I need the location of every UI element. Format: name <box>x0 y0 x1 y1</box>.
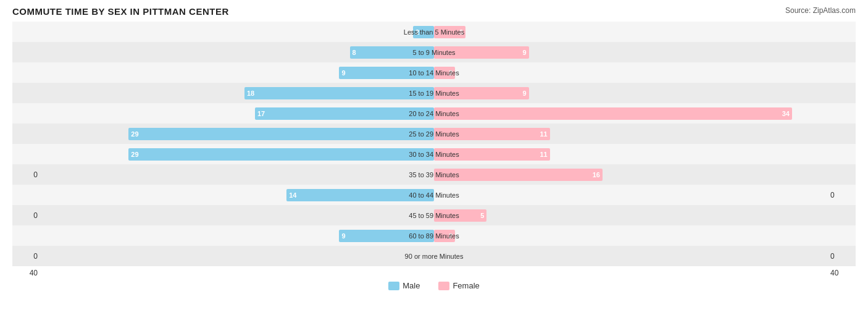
female-bar-wrap: 2 <box>434 230 455 242</box>
male-bar-wrap: 29 <box>128 148 434 161</box>
female-bar-wrap: 11 <box>434 148 550 161</box>
male-bar-value: 17 <box>257 110 265 117</box>
female-bar-wrap: 9 <box>434 46 529 59</box>
male-bar: 9 <box>339 230 434 242</box>
male-bar: 9 <box>339 67 434 79</box>
bars-container: 18915 to 19 Minutes <box>40 83 828 103</box>
bars-container: 90 or more Minutes <box>40 246 828 266</box>
row-label: 90 or more Minutes <box>405 252 464 261</box>
male-bar-value: 2 <box>415 28 419 36</box>
male-bar-value: 18 <box>247 90 254 97</box>
female-bar-value: 5 <box>480 212 484 219</box>
legend-female: Female <box>438 281 479 290</box>
bars-container: 9210 to 14 Minutes <box>40 62 828 83</box>
legend-female-label: Female <box>453 281 479 290</box>
female-bar: 9 <box>434 46 529 59</box>
female-bar-wrap: 34 <box>434 107 792 120</box>
female-bar: 3 <box>434 26 465 38</box>
legend-male-box <box>388 282 399 290</box>
male-bar-value: 29 <box>131 151 138 158</box>
female-bar: 16 <box>434 169 603 181</box>
female-value: 0 <box>828 252 856 261</box>
chart-title: COMMUTE TIME BY SEX IN PITTMAN CENTER <box>12 6 229 17</box>
male-bar: 2 <box>413 26 434 38</box>
chart-row: 23Less than 5 Minutes <box>12 22 856 42</box>
axis-right: 40 <box>828 269 856 277</box>
male-value: 0 <box>12 252 40 261</box>
female-bar-wrap: 3 <box>434 26 465 38</box>
axis-left: 40 <box>12 269 40 277</box>
legend-male: Male <box>388 281 420 290</box>
female-bar: 34 <box>434 107 792 120</box>
female-bar-value: 9 <box>522 49 526 56</box>
female-bar-wrap: 2 <box>434 67 455 79</box>
chart-row: 0545 to 59 Minutes <box>12 205 856 225</box>
chart-row: 291125 to 29 Minutes <box>12 124 856 144</box>
male-bar-wrap: 18 <box>244 87 434 99</box>
male-value: 0 <box>12 211 40 220</box>
male-bar-wrap: 29 <box>128 128 434 140</box>
bars-container: 545 to 59 Minutes <box>40 205 828 225</box>
bars-container: 1440 to 44 Minutes <box>40 185 828 205</box>
male-bar: 29 <box>128 128 434 140</box>
male-bar-value: 29 <box>131 130 138 138</box>
male-bar: 14 <box>286 189 434 201</box>
chart-row: 9210 to 14 Minutes <box>12 62 856 83</box>
female-bar-value: 3 <box>459 28 463 36</box>
chart-source: Source: ZipAtlas.com <box>785 6 856 15</box>
female-bar-wrap: 16 <box>434 169 603 181</box>
chart-row: 090 or more Minutes0 <box>12 246 856 266</box>
male-bar: 29 <box>128 148 434 161</box>
female-bar: 2 <box>434 230 455 242</box>
axis-row: 40 40 <box>12 269 856 277</box>
female-bar: 11 <box>434 148 550 161</box>
male-bar: 18 <box>244 87 434 99</box>
female-bar-value: 2 <box>449 69 453 77</box>
female-bar: 5 <box>434 209 486 222</box>
male-bar-wrap: 14 <box>286 189 434 201</box>
legend-male-label: Male <box>403 281 420 290</box>
chart-row: 18915 to 19 Minutes <box>12 83 856 103</box>
chart-row: 1440 to 44 Minutes0 <box>12 185 856 205</box>
bars-container: 291125 to 29 Minutes <box>40 124 828 144</box>
female-bar-wrap: 9 <box>434 87 529 99</box>
male-bar-wrap: 9 <box>339 67 434 79</box>
female-bar-value: 11 <box>540 151 547 158</box>
male-bar-value: 8 <box>353 49 356 56</box>
male-bar-wrap: 8 <box>350 46 434 59</box>
chart-row: 291130 to 34 Minutes <box>12 144 856 164</box>
male-bar-wrap: 2 <box>413 26 434 38</box>
bars-container: 173420 to 24 Minutes <box>40 103 828 124</box>
male-bar-wrap: 17 <box>255 107 434 120</box>
female-bar-wrap: 11 <box>434 128 550 140</box>
chart-area: 23Less than 5 Minutes895 to 9 Minutes921… <box>12 22 856 266</box>
female-bar-value: 9 <box>522 90 526 97</box>
female-bar-wrap: 5 <box>434 209 486 222</box>
bars-container: 23Less than 5 Minutes <box>40 22 828 42</box>
legend: Male Female <box>12 281 856 290</box>
legend-female-box <box>438 282 449 290</box>
bars-container: 1635 to 39 Minutes <box>40 164 828 185</box>
female-bar-value: 2 <box>449 232 453 240</box>
male-bar-wrap: 9 <box>339 230 434 242</box>
female-bar-value: 16 <box>593 171 600 178</box>
chart-row: 895 to 9 Minutes <box>12 42 856 62</box>
male-bar-value: 9 <box>341 69 345 77</box>
male-bar-value: 9 <box>341 232 345 240</box>
chart-row: 173420 to 24 Minutes <box>12 103 856 124</box>
chart-row: 01635 to 39 Minutes <box>12 164 856 185</box>
female-bar: 2 <box>434 67 455 79</box>
female-bar: 9 <box>434 87 529 99</box>
female-bar-value: 34 <box>782 110 790 117</box>
female-bar-value: 11 <box>540 130 547 138</box>
male-bar: 8 <box>350 46 434 59</box>
male-bar-value: 14 <box>289 191 296 199</box>
female-bar: 11 <box>434 128 550 140</box>
bars-container: 895 to 9 Minutes <box>40 42 828 62</box>
chart-row: 9260 to 89 Minutes <box>12 225 856 246</box>
male-value: 0 <box>12 170 40 179</box>
bars-container: 291130 to 34 Minutes <box>40 144 828 164</box>
male-bar: 17 <box>255 107 434 120</box>
female-value: 0 <box>828 191 856 199</box>
bars-container: 9260 to 89 Minutes <box>40 225 828 246</box>
